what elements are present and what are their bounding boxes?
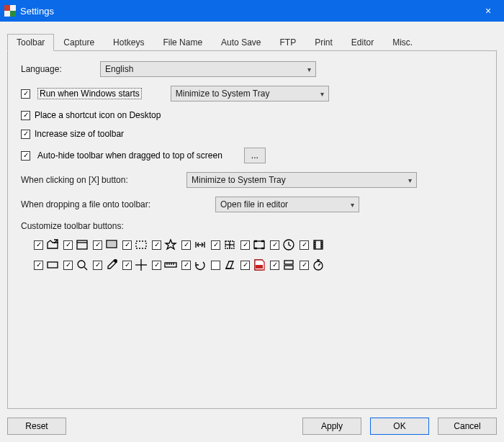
toolbar-icon-cell <box>270 237 297 253</box>
shortcut-desktop-checkbox[interactable] <box>21 111 30 120</box>
run-on-start-label: Run when Windows starts <box>37 88 142 99</box>
toolbar-icon-cell <box>211 237 238 253</box>
toolbar-icon-checkbox[interactable] <box>181 261 191 270</box>
eyedropper-icon <box>104 257 120 273</box>
svg-rect-39 <box>284 266 293 269</box>
svg-rect-1 <box>10 5 16 11</box>
toolbar-icon-cell <box>93 237 120 253</box>
auto-hide-more-button[interactable]: ... <box>244 148 266 163</box>
toolbar-icon-checkbox[interactable] <box>270 261 279 270</box>
toolbar-icon-checkbox[interactable] <box>300 240 309 250</box>
shortcut-desktop-label: Place a shortcut icon on Desktop <box>35 110 161 120</box>
auto-hide-checkbox[interactable] <box>21 151 30 161</box>
run-on-start-select[interactable]: Minimize to System Tray ▾ <box>171 86 329 102</box>
svg-rect-3 <box>10 11 16 17</box>
toolbar-icon-cell <box>240 237 267 253</box>
run-on-start-select-value: Minimize to System Tray <box>176 89 270 99</box>
tab-editor[interactable]: Editor <box>342 34 383 51</box>
clock-icon <box>281 237 297 253</box>
tab-file-name[interactable]: File Name <box>153 34 212 51</box>
reset-button[interactable]: Reset <box>7 418 66 435</box>
toolbar-icon-checkbox[interactable] <box>63 240 73 250</box>
svg-rect-2 <box>4 11 10 17</box>
tab-toolbar[interactable]: Toolbar <box>7 34 54 51</box>
rect-icon <box>45 257 60 273</box>
toolbar-icon-checkbox[interactable] <box>181 240 191 250</box>
language-select[interactable]: English ▾ <box>100 61 316 77</box>
svg-rect-25 <box>48 262 58 268</box>
language-value: English <box>105 64 133 74</box>
toolbar-icon-checkbox[interactable] <box>240 240 250 250</box>
close-action-label: When clicking on [X] button: <box>21 175 179 185</box>
apply-label: Apply <box>321 421 343 431</box>
tab-panel-toolbar: Language: English ▾ Run when Windows sta… <box>7 51 497 409</box>
svg-line-27 <box>84 267 87 270</box>
toolbar-icon-checkbox[interactable] <box>122 240 132 250</box>
toolbar-icon-cell <box>122 237 149 253</box>
svg-rect-38 <box>284 261 293 264</box>
toolbar-icon-checkbox[interactable] <box>152 261 161 270</box>
toolbar-icon-cell <box>93 257 120 273</box>
tab-capture[interactable]: Capture <box>54 34 104 51</box>
toolbar-icon-checkbox[interactable] <box>93 240 102 250</box>
toolbar-icon-cell <box>211 257 238 273</box>
svg-line-41 <box>318 263 320 266</box>
toolbar-icon-checkbox[interactable] <box>300 261 309 270</box>
toolbar-icon-checkbox[interactable] <box>152 240 161 250</box>
close-action-select[interactable]: Minimize to System Tray ▾ <box>186 172 417 188</box>
increase-toolbar-checkbox[interactable] <box>21 130 30 139</box>
close-button[interactable]: × <box>472 0 504 22</box>
cancel-label: Cancel <box>454 421 480 431</box>
toolbar-icon-cell <box>152 237 179 253</box>
toolbar-icon-cell <box>300 257 326 273</box>
app-icon <box>4 5 16 17</box>
toolbar-icon-cell <box>122 257 149 273</box>
stacked-sheets-icon <box>281 257 297 273</box>
ellipsis-icon: ... <box>251 150 258 161</box>
toolbar-icon-checkbox[interactable] <box>211 261 220 270</box>
close-action-value: Minimize to System Tray <box>192 175 286 185</box>
toolbar-icon-row <box>34 257 483 273</box>
tab-ftp[interactable]: FTP <box>270 34 305 51</box>
run-on-start-checkbox[interactable] <box>21 89 30 99</box>
pdf-icon <box>251 257 267 273</box>
toolbar-icon-checkbox[interactable] <box>211 240 220 250</box>
toolbar-icon-checkbox[interactable] <box>240 261 250 270</box>
toolbar-icon-checkbox[interactable] <box>93 261 102 270</box>
ok-button[interactable]: OK <box>370 418 429 435</box>
region-icon <box>133 237 149 253</box>
svg-point-28 <box>114 260 117 263</box>
grid-arrows-icon <box>222 237 238 253</box>
titlebar: Settings × <box>0 0 504 22</box>
tab-misc-[interactable]: Misc. <box>383 34 422 51</box>
tab-auto-save[interactable]: Auto Save <box>212 34 270 51</box>
chevron-down-icon: ▾ <box>307 66 311 73</box>
svg-point-26 <box>78 261 85 268</box>
toolbar-icon-cell <box>300 237 326 253</box>
toolbar-icon-checkbox[interactable] <box>34 240 43 250</box>
toolbar-icon-row <box>34 237 483 253</box>
toolbar-icon-checkbox[interactable] <box>122 261 132 270</box>
window-icon <box>74 237 90 253</box>
drop-file-value: Open file in editor <box>220 199 288 209</box>
tab-print[interactable]: Print <box>305 34 342 51</box>
crosshair-icon <box>133 257 149 273</box>
drop-file-select[interactable]: Open file in editor ▾ <box>215 197 359 212</box>
frame-icon <box>251 237 267 253</box>
toolbar-icon-checkbox[interactable] <box>34 261 43 270</box>
undo-icon <box>192 257 208 273</box>
apply-button[interactable]: Apply <box>302 418 361 435</box>
chevron-down-icon: ▾ <box>320 90 324 98</box>
close-icon: × <box>485 5 491 17</box>
chevron-down-icon: ▾ <box>408 176 412 184</box>
toolbar-icon-cell <box>240 257 267 273</box>
chevron-down-icon: ▾ <box>351 201 354 209</box>
cancel-button[interactable]: Cancel <box>438 418 497 435</box>
tab-hotkeys[interactable]: Hotkeys <box>104 34 153 51</box>
svg-rect-0 <box>4 5 10 11</box>
language-label: Language: <box>21 64 93 74</box>
footer: Reset Apply OK Cancel <box>7 409 497 435</box>
svg-rect-7 <box>108 242 115 246</box>
toolbar-icon-checkbox[interactable] <box>270 240 279 250</box>
toolbar-icon-checkbox[interactable] <box>63 261 73 270</box>
